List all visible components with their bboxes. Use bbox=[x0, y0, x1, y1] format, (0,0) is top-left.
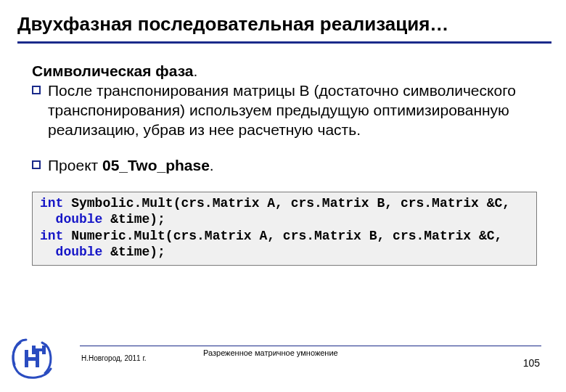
code-text: Numeric.Mult(crs.Matrix A, crs.Matrix B,… bbox=[63, 229, 502, 243]
code-text: &time); bbox=[102, 212, 165, 226]
subheading-dot: . bbox=[194, 62, 198, 79]
page-number: 105 bbox=[523, 357, 540, 369]
footer: Н.Новгород, 2011 г. Разреженное матрично… bbox=[0, 338, 566, 382]
subheading-text: Символическая фаза bbox=[32, 62, 194, 79]
code-block: int Symbolic.Mult(crs.Matrix A, crs.Matr… bbox=[32, 192, 537, 266]
code-keyword: double bbox=[56, 245, 103, 259]
svg-rect-7 bbox=[32, 348, 46, 351]
footer-location: Н.Новгород, 2011 г. bbox=[81, 354, 147, 362]
subheading: Символическая фаза. bbox=[32, 62, 537, 80]
square-bullet-icon bbox=[32, 160, 48, 169]
bullet-prefix: Проект bbox=[48, 157, 102, 173]
bullet-text: После транспонирования матрицы B (достат… bbox=[48, 81, 537, 140]
slide-title: Двухфазная последовательная реализация… bbox=[17, 13, 551, 44]
svg-rect-0 bbox=[33, 86, 40, 94]
university-logo bbox=[6, 335, 58, 382]
content-area: Символическая фаза. После транспонирован… bbox=[0, 44, 566, 266]
code-text: &time); bbox=[102, 245, 165, 259]
footer-divider bbox=[80, 346, 541, 346]
footer-subject: Разреженное матричное умножение bbox=[203, 348, 338, 357]
code-keyword: int bbox=[40, 229, 63, 243]
square-bullet-icon bbox=[32, 86, 48, 94]
code-keyword: int bbox=[40, 196, 63, 211]
title-block: Двухфазная последовательная реализация… bbox=[0, 13, 566, 44]
svg-rect-1 bbox=[33, 161, 40, 168]
slide: Двухфазная последовательная реализация… … bbox=[0, 0, 566, 392]
bullet-text: Проект 05_Two_phase. bbox=[48, 156, 214, 176]
project-name: 05_Two_phase bbox=[102, 157, 210, 173]
code-text: Symbolic.Mult(crs.Matrix A, crs.Matrix B… bbox=[63, 196, 510, 211]
bullet-item: После транспонирования матрицы B (достат… bbox=[32, 81, 537, 140]
svg-rect-4 bbox=[25, 357, 39, 361]
code-keyword: double bbox=[56, 212, 103, 226]
bullet-item: Проект 05_Two_phase. bbox=[32, 156, 537, 176]
